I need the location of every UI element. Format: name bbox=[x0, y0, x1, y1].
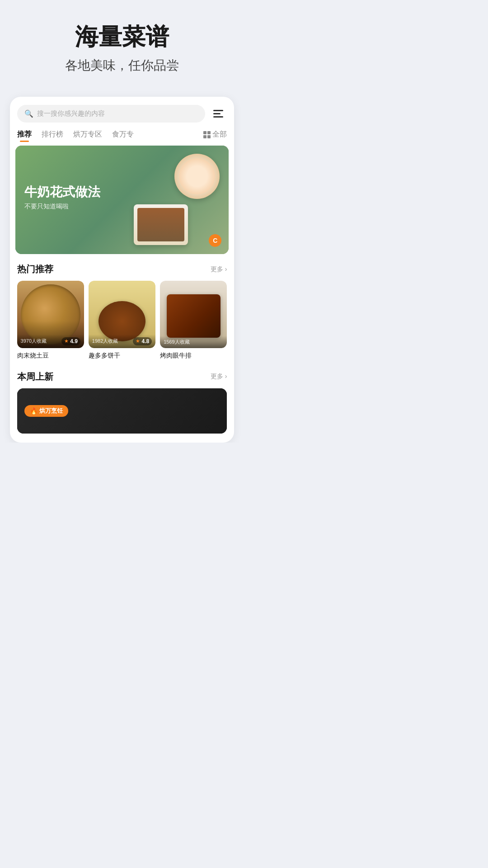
banner-main-text: 牛奶花式做法 bbox=[24, 184, 100, 200]
banner-text-block: 牛奶花式做法 不要只知道喝啦 bbox=[24, 184, 100, 210]
food-card-name-3: 烤肉眼牛排 bbox=[160, 352, 227, 360]
tab-all-label: 全部 bbox=[212, 130, 227, 139]
badge-score-1: 4.9 bbox=[70, 338, 78, 344]
weekly-section: 本周上新 更多 › 🔥 烘万烹饪 bbox=[10, 360, 235, 434]
search-placeholder: 搜一搜你感兴趣的内容 bbox=[37, 109, 105, 118]
food-card-1[interactable]: 3970人收藏 ★ 4.9 肉末烧土豆 bbox=[17, 281, 84, 359]
food-card-img-3: 1569人收藏 bbox=[160, 281, 227, 348]
menu-icon bbox=[213, 110, 223, 118]
tab-food[interactable]: 食万专 bbox=[112, 130, 134, 139]
food-card-name-1: 肉末烧土豆 bbox=[17, 352, 84, 360]
search-bar[interactable]: 🔍 搜一搜你感兴趣的内容 bbox=[17, 105, 206, 123]
fire-icon: 🔥 bbox=[30, 407, 38, 415]
hot-cards-row: 3970人收藏 ★ 4.9 肉末烧土豆 1982人收藏 ★ 4.8 bbox=[10, 281, 235, 359]
star-icon-2: ★ bbox=[136, 338, 140, 344]
menu-icon-button[interactable] bbox=[210, 105, 227, 123]
food-card-name-2: 趣多多饼干 bbox=[89, 352, 155, 360]
star-icon-1: ★ bbox=[64, 338, 69, 344]
weekly-badge: 🔥 烘万烹饪 bbox=[24, 405, 68, 417]
food-plate-cake bbox=[134, 204, 188, 245]
badge-rating-2: ★ 4.8 bbox=[133, 337, 152, 345]
food-plate-drink bbox=[174, 154, 220, 199]
banner-food-visual bbox=[90, 146, 229, 254]
badge-rating-1: ★ 4.9 bbox=[61, 337, 80, 345]
badge-collect-3: 1569人收藏 bbox=[164, 339, 189, 345]
weekly-card[interactable]: 🔥 烘万烹饪 bbox=[17, 388, 227, 434]
tab-recommend[interactable]: 推荐 bbox=[17, 130, 32, 139]
nav-tabs: 推荐 排行榜 烘万专区 食万专 全部 bbox=[10, 127, 235, 146]
search-icon: 🔍 bbox=[24, 109, 33, 118]
food-card-2[interactable]: 1982人收藏 ★ 4.8 趣多多饼干 bbox=[89, 281, 155, 359]
grid-icon bbox=[203, 131, 211, 138]
food-card-3[interactable]: 1569人收藏 烤肉眼牛排 bbox=[160, 281, 227, 359]
hero-section: 海量菜谱 各地美味，任你品尝 bbox=[0, 0, 244, 88]
app-card: 🔍 搜一搜你感兴趣的内容 推荐 排行榜 烘万专区 食万专 全部 牛奶花式做法 不 bbox=[10, 97, 235, 442]
tab-all[interactable]: 全部 bbox=[203, 130, 227, 139]
weekly-section-more[interactable]: 更多 › bbox=[211, 373, 227, 381]
food-card-img-2: 1982人收藏 ★ 4.8 bbox=[89, 281, 155, 348]
hot-section-title: 热门推荐 bbox=[17, 263, 53, 275]
hot-section-header: 热门推荐 更多 › bbox=[10, 254, 235, 281]
banner-sub-text: 不要只知道喝啦 bbox=[24, 203, 100, 211]
food-badge-2: 1982人收藏 ★ 4.8 bbox=[89, 335, 155, 348]
badge-score-2: 4.8 bbox=[141, 338, 149, 344]
hero-subtitle: 各地美味，任你品尝 bbox=[9, 57, 235, 74]
weekly-badge-text: 烘万烹饪 bbox=[39, 407, 63, 415]
hot-section-more[interactable]: 更多 › bbox=[211, 265, 227, 274]
badge-collect-1: 3970人收藏 bbox=[21, 338, 47, 344]
search-bar-wrap: 🔍 搜一搜你感兴趣的内容 bbox=[10, 97, 235, 127]
weekly-section-header: 本周上新 更多 › bbox=[10, 362, 235, 388]
hero-title: 海量菜谱 bbox=[9, 23, 235, 51]
tab-baking[interactable]: 烘万专区 bbox=[73, 130, 102, 139]
banner[interactable]: 牛奶花式做法 不要只知道喝啦 C bbox=[15, 146, 229, 254]
tab-ranking[interactable]: 排行榜 bbox=[42, 130, 63, 139]
food-badge-3: 1569人收藏 bbox=[160, 336, 227, 348]
badge-collect-2: 1982人收藏 bbox=[92, 338, 118, 344]
weekly-section-title: 本周上新 bbox=[17, 371, 53, 383]
food-badge-1: 3970人收藏 ★ 4.9 bbox=[17, 335, 84, 348]
food-card-img-1: 3970人收藏 ★ 4.9 bbox=[17, 281, 84, 348]
